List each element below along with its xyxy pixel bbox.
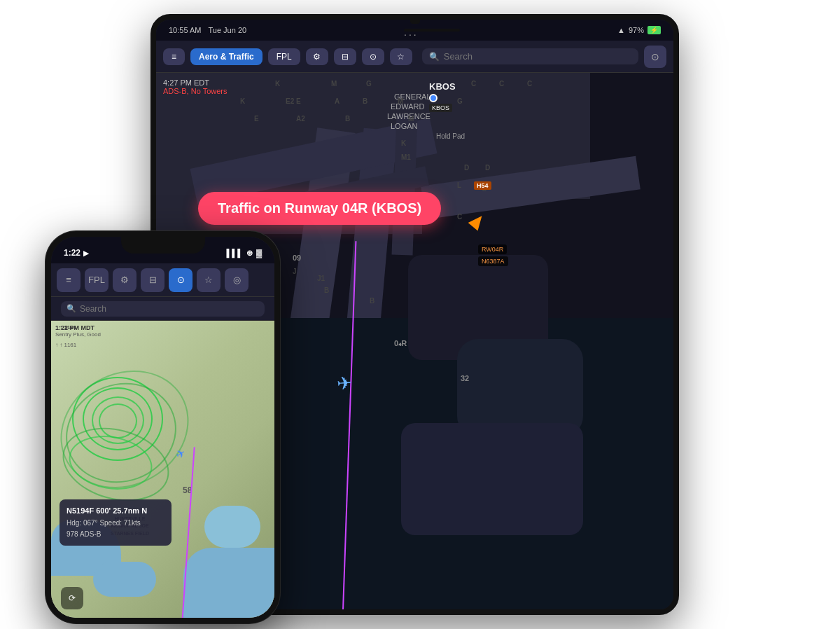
phone-layers-button[interactable]: ≡ bbox=[57, 268, 80, 292]
phone-settings-button[interactable]: ⚙ bbox=[113, 268, 136, 292]
filter-button[interactable]: ⊟ bbox=[334, 48, 356, 65]
grid-j2: J1 bbox=[317, 275, 325, 282]
tablet-map-status: 4:27 PM EDT ADS-B, No Towers bbox=[163, 78, 227, 95]
tablet-battery-percent: 97% bbox=[629, 26, 644, 34]
phone-filter-icon: ⊟ bbox=[149, 275, 157, 285]
search-icon: 🔍 bbox=[429, 52, 440, 62]
aircraft-label-n6387a: N6387A bbox=[478, 256, 508, 266]
settings-button[interactable]: ⚙ bbox=[306, 48, 328, 65]
grid-k3: K bbox=[401, 139, 406, 147]
phone-info-popup: N5194F 600' 25.7nm N Hdg: 067° Speed: 71… bbox=[59, 499, 172, 546]
kbos-pin: KBOS bbox=[429, 94, 452, 112]
grid-j1: J bbox=[293, 268, 297, 275]
phone-map-time: 1:22 PM MDT bbox=[55, 324, 101, 331]
kbos-label: KBOS bbox=[429, 104, 452, 112]
tablet-signal-icon: ▲ bbox=[617, 26, 625, 34]
grid-a: A bbox=[335, 97, 340, 105]
grid-e2e: E2 E bbox=[286, 97, 301, 105]
land-bottom bbox=[401, 423, 583, 535]
phone-filter-button[interactable]: ⊟ bbox=[141, 268, 164, 292]
phone-notch bbox=[121, 237, 205, 254]
adsb-status: ADS-B, No Towers bbox=[163, 87, 227, 95]
tablet-dots: ··· bbox=[404, 29, 460, 32]
phone-device: 1:22 ▶ ▌▌▌ ⊛ ▓ ≡ FPL ⚙ ⊟ ⊙ bbox=[46, 231, 280, 623]
grid-d2: D bbox=[485, 164, 490, 172]
phone-location-icon: ▶ bbox=[83, 249, 89, 257]
tablet-toolbar: ≡ Aero & Traffic FPL ⚙ ⊟ ⊙ ☆ 🔍 bbox=[156, 41, 673, 73]
phone-water-center bbox=[93, 562, 156, 597]
tablet-time: 10:55 AM bbox=[169, 26, 201, 34]
scene: 10:55 AM Tue Jun 20 ··· ▲ 97% ⚡ ≡ Aero &… bbox=[0, 0, 840, 629]
aircraft-label-rw04r: RW04R bbox=[478, 244, 507, 254]
phone-fpl-button[interactable]: FPL bbox=[85, 268, 108, 292]
runway-32-label: 32 bbox=[461, 374, 469, 382]
map-time: 4:27 PM EDT bbox=[163, 78, 227, 87]
h54-badge: H54 bbox=[474, 181, 491, 190]
tablet-notch bbox=[410, 20, 420, 24]
search-input[interactable] bbox=[444, 51, 631, 62]
grid-c4: C bbox=[499, 80, 504, 88]
tablet-search-bar[interactable]: 🔍 bbox=[422, 48, 638, 64]
timer-icon: ⊙ bbox=[370, 52, 377, 62]
phone-toolbar: ≡ FPL ⚙ ⊟ ⊙ ☆ ◎ bbox=[51, 263, 274, 297]
star-icon: ☆ bbox=[397, 52, 405, 62]
aero-traffic-button[interactable]: Aero & Traffic bbox=[190, 48, 262, 65]
filter-icon: ⊟ bbox=[342, 52, 349, 62]
phone-map[interactable]: N5194F 600' 25.7nm N Hdg: 067° Speed: 71… bbox=[51, 321, 274, 618]
layers-icon: ≡ bbox=[172, 52, 176, 62]
grid-m4: M1 bbox=[401, 153, 411, 161]
grid-d-right: D bbox=[464, 164, 469, 172]
layers-button[interactable]: ≡ bbox=[163, 48, 185, 65]
phone-fpl-label: FPL bbox=[88, 275, 105, 285]
phone-status-right: ▌▌▌ ⊛ ▓ bbox=[227, 249, 262, 258]
grid-b: B bbox=[363, 97, 368, 105]
map-settings-icon: ⊙ bbox=[651, 51, 659, 62]
phone-wifi-icon: ⊛ bbox=[246, 249, 253, 258]
phone-status-left: 1:22 ▶ bbox=[64, 248, 89, 258]
edward-label: EDWARD bbox=[391, 102, 424, 111]
tablet-status-left: 10:55 AM Tue Jun 20 bbox=[169, 26, 246, 34]
route-icon: ⟳ bbox=[69, 593, 76, 603]
phone-water-mid bbox=[204, 506, 260, 548]
map-settings-button[interactable]: ⊙ bbox=[644, 46, 666, 68]
tablet-status-right: ▲ 97% ⚡ bbox=[617, 26, 661, 34]
phone-timer-icon: ⊙ bbox=[177, 275, 185, 285]
grid-c5: C bbox=[527, 80, 532, 88]
fpl-button[interactable]: FPL bbox=[268, 48, 300, 65]
star-button[interactable]: ☆ bbox=[390, 48, 412, 65]
timer-button[interactable]: ⊙ bbox=[362, 48, 384, 65]
phone-timer-button[interactable]: ⊙ bbox=[169, 268, 192, 292]
grid-e1: E bbox=[254, 115, 259, 123]
phone-star-button[interactable]: ☆ bbox=[197, 268, 220, 292]
fpl-label: FPL bbox=[276, 52, 292, 62]
grid-a2: A2 bbox=[296, 115, 305, 123]
aircraft-blue-icon: ✈ bbox=[336, 372, 354, 395]
airport-code-label: KBOS bbox=[429, 81, 456, 92]
runway-09-label: 09 bbox=[293, 254, 301, 262]
phone-route-icon[interactable]: ⟳ bbox=[61, 587, 83, 609]
traffic-alert-bubble: Traffic on Runway 04R (KBOS) bbox=[198, 192, 441, 225]
grid-g-right: G bbox=[457, 97, 463, 105]
aero-traffic-label: Aero & Traffic bbox=[199, 52, 254, 62]
grid-b2: B bbox=[345, 115, 350, 123]
phone-star-icon: ☆ bbox=[204, 275, 213, 285]
settings-icon: ⚙ bbox=[313, 52, 321, 62]
land-right-2 bbox=[457, 339, 583, 437]
popup-source: 978 ADS-B bbox=[66, 529, 164, 540]
phone-search-bar[interactable]: 🔍 bbox=[61, 301, 265, 317]
grid-b4: B bbox=[370, 297, 374, 305]
grid-c2: C bbox=[457, 213, 462, 221]
phone-layers-icon: ≡ bbox=[66, 275, 71, 285]
phone-alt-display: ↑ ↑ 1161 bbox=[55, 342, 101, 348]
grid-b3: B bbox=[324, 286, 329, 294]
phone-circle-button[interactable]: ◎ bbox=[225, 268, 248, 292]
tablet-date: Tue Jun 20 bbox=[208, 26, 246, 34]
holdpad-label: Hold Pad bbox=[436, 132, 465, 140]
popup-aircraft-id: N5194F 600' 25.7nm N bbox=[66, 505, 164, 518]
traffic-alert-text: Traffic on Runway 04R (KBOS) bbox=[218, 200, 421, 216]
traffic-aircraft-icon bbox=[471, 214, 484, 228]
phone-search-container[interactable]: 🔍 bbox=[51, 297, 274, 321]
grid-m3: M bbox=[408, 115, 414, 123]
phone-search-input[interactable] bbox=[80, 304, 259, 314]
grid-l: L bbox=[457, 181, 461, 189]
